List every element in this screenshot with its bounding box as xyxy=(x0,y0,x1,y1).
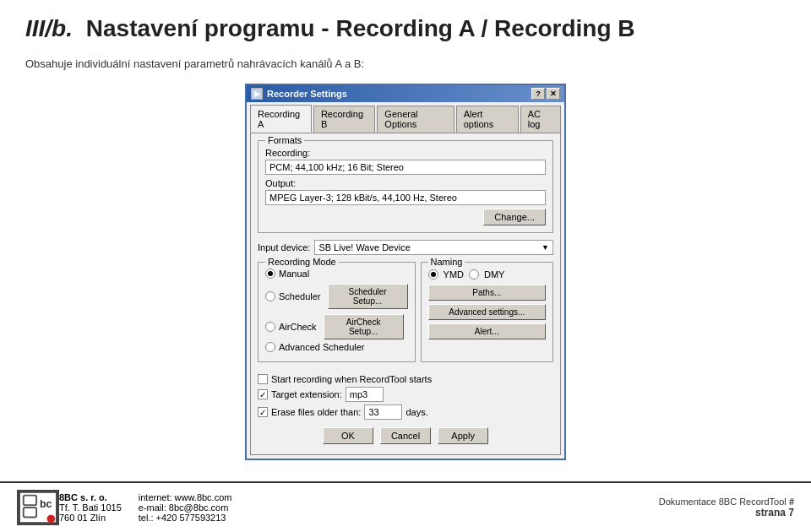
scheduler-setup-button[interactable]: Scheduler Setup... xyxy=(328,284,408,309)
dialog-title: Recorder Settings xyxy=(267,89,347,99)
footer-page-label: strana 7 xyxy=(659,507,794,518)
change-button[interactable]: Change... xyxy=(483,209,546,225)
change-btn-row: Change... xyxy=(265,209,546,225)
footer-internet: internet: www.8bc.com xyxy=(139,492,232,502)
erase-files-days-field[interactable]: 33 xyxy=(364,404,402,420)
mode-manual-row: Manual xyxy=(265,269,408,279)
mode-advanced-row: Advanced Scheduler xyxy=(265,342,408,352)
input-device-row: Input device: SB Live! Wave Device ▼ xyxy=(258,240,553,255)
extra-rows: Start recording when RecordTool starts ✓… xyxy=(258,374,553,420)
output-label: Output: xyxy=(265,178,546,188)
target-extension-label: Target extension: xyxy=(271,389,342,399)
target-extension-field[interactable]: mp3 xyxy=(346,387,384,402)
ok-button[interactable]: OK xyxy=(323,427,373,444)
alert-button[interactable]: Alert... xyxy=(428,323,546,339)
paths-button[interactable]: Paths... xyxy=(428,285,546,301)
mode-aircheck-label: AirCheck xyxy=(279,322,317,332)
tab-general-options[interactable]: General Options xyxy=(377,106,454,133)
footer-contact-block: internet: www.8bc.com e-mail: 8bc@8bc.co… xyxy=(139,492,232,523)
aircheck-setup-button[interactable]: AirCheck Setup... xyxy=(324,314,404,339)
naming-group: Naming YMD DMY Paths... Advanced setting… xyxy=(421,262,553,362)
dropdown-arrow-icon: ▼ xyxy=(542,243,549,252)
advanced-settings-button[interactable]: Advanced settings... xyxy=(428,304,546,320)
titlebar-buttons: ? ✕ xyxy=(531,88,560,100)
start-recording-checkbox[interactable] xyxy=(258,374,268,384)
mode-scheduler-row: Scheduler Scheduler Setup... xyxy=(265,281,408,312)
naming-dmy-radio[interactable] xyxy=(469,269,479,280)
erase-files-row: ✓ Erase files older than: 33 days. xyxy=(258,404,553,420)
footer-right-block: Dokumentace 8BC RecordTool # strana 7 xyxy=(659,497,794,518)
help-button[interactable]: ? xyxy=(531,88,545,100)
recording-mode-group: Recording Mode Manual Scheduler Schedule… xyxy=(258,262,416,362)
recording-value-field[interactable]: PCM; 44,100 kHz; 16 Bit; Stereo xyxy=(265,160,546,175)
footer-doc-label: Dokumentace 8BC RecordTool # xyxy=(659,497,794,507)
logo-svg: bc xyxy=(19,491,57,524)
section-number: III/b. xyxy=(25,15,73,41)
recording-mode-label: Recording Mode xyxy=(265,257,339,267)
naming-radios: YMD DMY xyxy=(428,269,546,280)
bottom-groups: Recording Mode Manual Scheduler Schedule… xyxy=(258,262,553,369)
section-heading: Nastavení programu - Recording A / Recor… xyxy=(86,15,635,41)
page-header: III/b. Nastavení programu - Recording A … xyxy=(0,0,811,51)
dialog-wrapper: ▶ Recorder Settings ? ✕ Recording A Reco… xyxy=(0,84,811,460)
recording-label: Recording: xyxy=(265,148,546,158)
mode-aircheck-row: AirCheck AirCheck Setup... xyxy=(265,314,408,339)
input-device-label: Input device: xyxy=(258,242,310,252)
start-recording-row: Start recording when RecordTool starts xyxy=(258,374,553,384)
dialog-buttons: OK Cancel Apply xyxy=(258,422,553,448)
tab-ac-log[interactable]: AC log xyxy=(520,106,561,133)
mode-advanced-radio[interactable] xyxy=(265,342,275,352)
svg-rect-2 xyxy=(24,508,36,518)
erase-files-unit: days. xyxy=(406,407,427,417)
footer-city: 760 01 Zlín xyxy=(59,513,122,523)
naming-dmy-label: DMY xyxy=(484,269,504,280)
footer-email: e-mail: 8bc@8bc.com xyxy=(139,502,232,513)
naming-ymd-radio[interactable] xyxy=(428,269,438,280)
mode-aircheck-radio[interactable] xyxy=(265,322,275,332)
naming-buttons: Paths... Advanced settings... Alert... xyxy=(428,285,546,339)
footer-tf: Tf. T. Bati 1015 xyxy=(59,502,122,513)
aircheck-setup-btn-row: AirCheck Setup... xyxy=(324,314,404,339)
dialog-titlebar: ▶ Recorder Settings ? ✕ xyxy=(247,85,564,102)
mode-scheduler-label: Scheduler xyxy=(279,291,321,301)
start-recording-label: Start recording when RecordTool starts xyxy=(271,374,432,384)
svg-text:bc: bc xyxy=(40,498,52,510)
footer-logo: bc xyxy=(17,490,59,525)
output-value-field[interactable]: MPEG Layer-3; 128 kBit/s, 44,100 Hz, Ste… xyxy=(265,190,546,205)
mode-manual-label: Manual xyxy=(279,269,309,279)
cancel-button[interactable]: Cancel xyxy=(380,427,431,444)
subtitle: Obsahuje individuální nastavení parametr… xyxy=(0,51,811,84)
formats-group: Formats Recording: PCM; 44,100 kHz; 16 B… xyxy=(258,140,553,233)
erase-files-label: Erase files older than: xyxy=(271,407,361,417)
scheduler-setup-btn-row: Scheduler Setup... xyxy=(328,284,408,309)
dialog-tabs: Recording A Recording B General Options … xyxy=(247,102,564,133)
footer-company-block: 8BC s. r. o. Tf. T. Bati 1015 760 01 Zlí… xyxy=(59,492,122,523)
mode-scheduler-radio[interactable] xyxy=(265,291,275,301)
tab-recording-b[interactable]: Recording B xyxy=(313,106,375,133)
mode-advanced-label: Advanced Scheduler xyxy=(279,342,365,352)
tab-recording-a[interactable]: Recording A xyxy=(250,105,312,133)
footer-company: 8BC s. r. o. xyxy=(59,492,122,502)
recorder-settings-dialog: ▶ Recorder Settings ? ✕ Recording A Reco… xyxy=(245,84,566,460)
apply-button[interactable]: Apply xyxy=(438,427,488,444)
input-device-value: SB Live! Wave Device xyxy=(318,242,410,252)
formats-group-label: Formats xyxy=(265,135,304,145)
titlebar-left: ▶ Recorder Settings xyxy=(251,88,347,100)
naming-ymd-label: YMD xyxy=(444,269,464,280)
svg-rect-1 xyxy=(24,496,36,506)
tab-alert-options[interactable]: Alert options xyxy=(456,106,519,133)
target-extension-checkbox[interactable]: ✓ xyxy=(258,389,268,399)
close-button[interactable]: ✕ xyxy=(547,88,560,100)
erase-files-checkbox[interactable]: ✓ xyxy=(258,407,268,417)
dialog-icon: ▶ xyxy=(251,88,263,100)
target-extension-row: ✓ Target extension: mp3 xyxy=(258,387,553,402)
svg-point-4 xyxy=(47,515,56,524)
section-title: III/b. Nastavení programu - Recording A … xyxy=(25,15,635,41)
naming-label: Naming xyxy=(428,257,465,267)
page-footer: bc 8BC s. r. o. Tf. T. Bati 1015 760 01 … xyxy=(0,481,811,532)
input-device-select[interactable]: SB Live! Wave Device ▼ xyxy=(314,240,553,255)
dialog-content: Formats Recording: PCM; 44,100 kHz; 16 B… xyxy=(250,133,561,455)
footer-tel: tel.: +420 577593213 xyxy=(139,513,232,523)
mode-manual-radio[interactable] xyxy=(265,269,275,279)
